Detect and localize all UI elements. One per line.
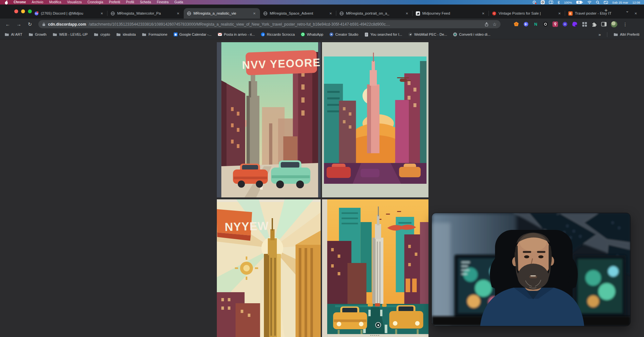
bookmark-video-converter[interactable]: Converti i video di... bbox=[453, 32, 490, 36]
tab-close-icon[interactable]: ✕ bbox=[176, 11, 180, 16]
tab-close-icon[interactable]: ✕ bbox=[100, 11, 104, 16]
rounded-square-app-icon[interactable] bbox=[541, 0, 545, 4]
folder-icon bbox=[5, 33, 9, 36]
bookmark-label: Converti i video di... bbox=[459, 32, 490, 36]
teal-n-extension-icon[interactable]: N bbox=[533, 21, 539, 27]
tab-label: Vintage Posters for Sale | bbox=[499, 11, 555, 15]
menu-chrome[interactable]: Chrome bbox=[11, 0, 29, 5]
new-tab-button[interactable]: + bbox=[604, 7, 608, 13]
menu-scheda[interactable]: Scheda bbox=[137, 0, 154, 5]
bookmark-label: Formazione bbox=[148, 32, 167, 36]
tab-label: Midjourney Feed bbox=[422, 11, 479, 15]
profile-avatar[interactable] bbox=[611, 21, 617, 28]
purple-blob-extension-icon[interactable] bbox=[572, 21, 577, 27]
tab-label: MRregista_portrait_on_a_ bbox=[346, 11, 402, 15]
bookmark-other-favorites[interactable]: Altri Preferiti bbox=[613, 32, 639, 36]
creator-studio-icon bbox=[329, 32, 333, 36]
bookmark-label: AI ART bbox=[11, 32, 22, 36]
bookmark-label: crypto bbox=[100, 32, 110, 36]
grid-extension-icon[interactable] bbox=[582, 21, 587, 27]
menubar-clock[interactable]: 12:08 bbox=[632, 1, 640, 4]
poster-new-york-rays: NYYEW bbox=[217, 199, 321, 337]
menu-guida[interactable]: Guida bbox=[171, 0, 186, 5]
reload-button[interactable]: ↻ bbox=[25, 21, 34, 27]
bookmark-gmail-inbox[interactable]: Posta in arrivo - ri... bbox=[218, 32, 255, 36]
window-tile-icon[interactable] bbox=[549, 1, 553, 4]
indigo-circle-extension-icon[interactable] bbox=[562, 21, 568, 27]
spotlight-search-icon[interactable] bbox=[596, 1, 600, 4]
tab-portrait-image[interactable]: MRregista_portrait_on_a_ ✕ bbox=[336, 8, 413, 19]
menu-visualizza[interactable]: Visualizza bbox=[64, 0, 85, 5]
forward-button[interactable]: → bbox=[14, 21, 23, 27]
battery-icon[interactable] bbox=[576, 1, 583, 4]
tab-realistic-view-active[interactable]: MRregista_a_realistic_vie ✕ bbox=[184, 8, 260, 19]
bookmark-folder-idealista[interactable]: idealista bbox=[116, 32, 136, 36]
tab-close-icon[interactable]: ✕ bbox=[481, 11, 486, 16]
bookmark-google-calendar[interactable]: Google Calendar -... bbox=[174, 32, 212, 36]
bookmark-whatsapp[interactable]: WhatsApp bbox=[301, 32, 323, 36]
extensions-puzzle-icon[interactable] bbox=[591, 21, 597, 27]
blue-ribbon-extension-icon[interactable] bbox=[523, 21, 529, 27]
dark-circle-extension-icon[interactable] bbox=[543, 21, 548, 27]
globe-icon bbox=[340, 11, 344, 16]
password-key-extension-icon[interactable] bbox=[552, 21, 558, 27]
menu-profili[interactable]: Profili bbox=[123, 0, 137, 5]
bookmarks-overflow-chevron[interactable]: » bbox=[599, 32, 601, 37]
tab-label: Travel poster - Etsy IT bbox=[575, 11, 631, 15]
apple-menu-icon[interactable] bbox=[4, 0, 11, 5]
tab-close-icon[interactable]: ✕ bbox=[405, 11, 409, 16]
facebook-icon: f bbox=[261, 32, 265, 36]
bookmark-label: Growth bbox=[35, 32, 46, 36]
control-center-icon[interactable] bbox=[604, 1, 608, 4]
bookmark-facebook-profile[interactable]: f Riccardo Scrocca bbox=[261, 32, 295, 36]
browser-toolbar: ← → ↻ cdn.discordapp.com /attachments/10… bbox=[0, 19, 644, 30]
bookmark-folder-growth[interactable]: Growth bbox=[29, 32, 46, 36]
menu-modifica[interactable]: Modifica bbox=[46, 0, 64, 5]
tab-label: MRregista_Space_Advent bbox=[270, 11, 326, 15]
tab-close-icon[interactable]: ✕ bbox=[328, 11, 333, 16]
bookmark-folder-web-level-up[interactable]: WEB - LEVEL-UP bbox=[53, 32, 88, 36]
menubar-date[interactable]: Sab 25 mar bbox=[612, 1, 628, 4]
side-panel-icon[interactable] bbox=[601, 21, 607, 27]
tab-midjourney-feed[interactable]: Midjourney Feed ✕ bbox=[413, 8, 489, 19]
tab-close-icon[interactable]: ✕ bbox=[557, 11, 562, 16]
bookmark-star-icon[interactable]: ☆ bbox=[492, 22, 497, 27]
tab-discord[interactable]: (2765) Discord | @Midjou ✕ bbox=[31, 8, 107, 19]
bookmark-webmail-pec[interactable]: WebMail PEC - De... bbox=[408, 32, 447, 36]
poster-art bbox=[324, 53, 427, 184]
tab-watercolor-image[interactable]: MRregista_Watercolor_Pa ✕ bbox=[107, 8, 184, 19]
tab-search-chevron-icon[interactable]: ⌄ bbox=[625, 8, 629, 13]
bookmark-label: Posta in arrivo - ri... bbox=[224, 32, 255, 36]
menu-preferiti[interactable]: Preferiti bbox=[106, 0, 123, 5]
menu-finestra[interactable]: Finestra bbox=[154, 0, 171, 5]
tab-close-icon[interactable]: ✕ bbox=[252, 11, 257, 16]
minimize-window-button[interactable] bbox=[21, 9, 25, 13]
bookmark-creator-studio[interactable]: Creator Studio bbox=[329, 32, 358, 36]
bookmark-folder-crypto[interactable]: crypto bbox=[94, 32, 110, 36]
menu-archivio[interactable]: Archivio bbox=[29, 0, 46, 5]
back-button[interactable]: ← bbox=[3, 21, 12, 27]
close-window-button[interactable] bbox=[14, 9, 18, 13]
browser-tab-strip: (2765) Discord | @Midjou ✕ MRregista_Wat… bbox=[0, 5, 644, 19]
wifi-icon[interactable] bbox=[587, 1, 592, 4]
tab-vintage-posters[interactable]: Vintage Posters for Sale | ✕ bbox=[489, 8, 565, 19]
address-bar[interactable]: cdn.discordapp.com /attachments/10135123… bbox=[38, 20, 501, 28]
fox-wallet-extension-icon[interactable] bbox=[514, 21, 519, 27]
webcam-overlay bbox=[432, 213, 630, 326]
tab-space-adventure-image[interactable]: MRregista_Space_Advent ✕ bbox=[260, 8, 336, 19]
chrome-menu-kebab-icon[interactable]: ⋮ bbox=[623, 22, 627, 27]
tab-etsy-travel-poster[interactable]: E Travel poster - Etsy IT ✕ bbox=[565, 8, 641, 19]
bookmark-folder-formazione[interactable]: Formazione bbox=[142, 32, 167, 36]
tab-close-icon[interactable]: ✕ bbox=[634, 11, 638, 16]
screen-mirroring-icon[interactable] bbox=[532, 1, 537, 4]
page-icon bbox=[365, 32, 368, 37]
bluetooth-icon[interactable] bbox=[557, 1, 560, 4]
menu-cronologia[interactable]: Cronologia bbox=[84, 0, 106, 5]
page-background: NVV YEOORE bbox=[0, 39, 644, 337]
bookmark-folder-ai-art[interactable]: AI ART bbox=[5, 32, 22, 36]
share-icon[interactable] bbox=[485, 22, 489, 27]
bookmark-search-result[interactable]: You searched for I... bbox=[365, 32, 402, 37]
poster-title-banner: NVV YEOORE bbox=[242, 50, 321, 75]
attachment-image-grid[interactable]: NVV YEOORE bbox=[217, 42, 428, 337]
folder-icon bbox=[29, 33, 33, 36]
